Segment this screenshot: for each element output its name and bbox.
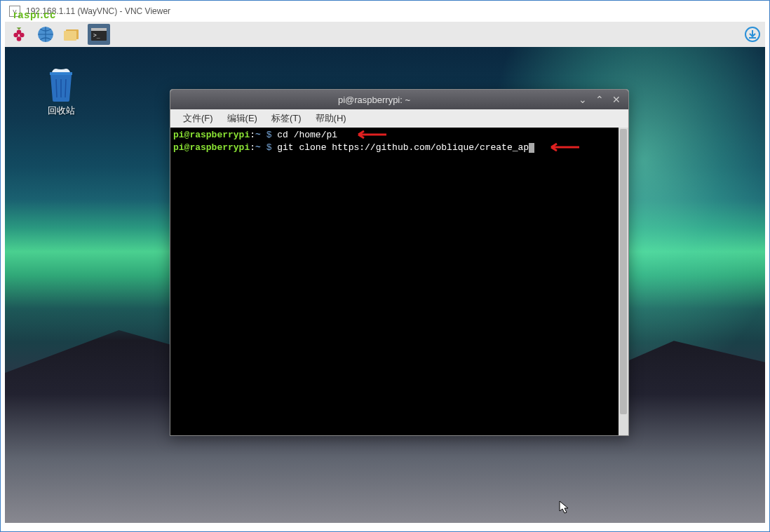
globe-icon[interactable] [34, 24, 57, 45]
desktop-wallpaper: 回收站 pi@raspberrypi: ~ ⌄ ⌃ ✕ 文件(F) 编辑(E) … [5, 47, 765, 523]
download-icon[interactable] [743, 25, 762, 44]
prompt-path: ~ [255, 130, 261, 140]
vnc-titlebar: V 192.168.1.11 (WayVNC) - VNC Viewer [1, 1, 769, 22]
terminal-cursor [529, 143, 534, 153]
command-text: git clone https://github.com/oblique/cre… [277, 142, 529, 153]
trash-desktop-icon[interactable]: 回收站 [33, 68, 89, 117]
terminal-window: pi@raspberrypi: ~ ⌄ ⌃ ✕ 文件(F) 编辑(E) 标签(T… [170, 89, 629, 436]
svg-point-3 [17, 30, 22, 35]
app-frame: raspi.cc V 192.168.1.11 (WayVNC) - VNC V… [0, 0, 770, 532]
terminal-menubar: 文件(F) 编辑(E) 标签(T) 帮助(H) [170, 109, 628, 128]
raspberry-menu-icon[interactable] [8, 24, 30, 45]
terminal-line-2: pi@raspberrypi:~ $ git clone https://git… [173, 142, 626, 154]
close-button[interactable]: ✕ [612, 94, 621, 105]
files-icon[interactable] [61, 24, 83, 45]
trash-icon [44, 68, 78, 102]
svg-text:>_: >_ [93, 32, 100, 39]
trash-label: 回收站 [33, 104, 89, 117]
watermark-text: raspi.cc [13, 9, 56, 20]
command-text: cd /home/pi [277, 130, 337, 140]
taskbar: >_ [5, 22, 765, 47]
maximize-button[interactable]: ⌃ [595, 94, 604, 105]
menu-tabs[interactable]: 标签(T) [264, 111, 309, 126]
prompt-user: pi@raspberrypi [173, 142, 250, 153]
minimize-button[interactable]: ⌄ [578, 94, 588, 105]
menu-file[interactable]: 文件(F) [176, 111, 220, 126]
svg-rect-8 [91, 28, 107, 31]
svg-point-2 [17, 36, 22, 41]
prompt-user: pi@raspberrypi [173, 130, 250, 140]
terminal-body[interactable]: pi@raspberrypi:~ $ cd /home/pi pi@raspbe… [170, 128, 628, 435]
menu-help[interactable]: 帮助(H) [309, 111, 353, 126]
terminal-icon[interactable]: >_ [88, 24, 110, 45]
scrollbar-thumb[interactable] [620, 129, 627, 414]
prompt-path: ~ [255, 142, 261, 153]
svg-rect-6 [64, 31, 76, 41]
terminal-scrollbar[interactable] [619, 128, 628, 435]
bottom-border [1, 523, 769, 531]
terminal-line-1: pi@raspberrypi:~ $ cd /home/pi [173, 129, 626, 142]
svg-line-13 [65, 79, 66, 97]
svg-line-11 [56, 79, 57, 97]
terminal-title: pi@raspberrypi: ~ [170, 95, 578, 105]
terminal-titlebar[interactable]: pi@raspberrypi: ~ ⌄ ⌃ ✕ [170, 90, 628, 109]
menu-edit[interactable]: 编辑(E) [220, 111, 264, 126]
